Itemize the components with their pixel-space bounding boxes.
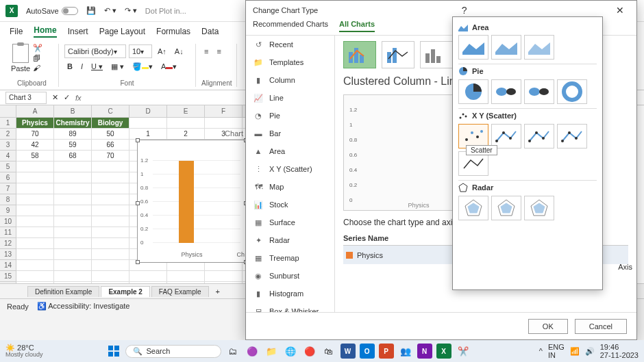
font-name-select[interactable]: Calibri (Body) ▾ — [64, 44, 126, 58]
task-app-icon[interactable]: 🗂 — [225, 344, 240, 359]
cell[interactable] — [92, 205, 129, 216]
tab-data[interactable]: Data — [201, 27, 219, 36]
chart-category-box-whisker[interactable]: ⊟Box & Whisker — [246, 302, 334, 312]
embedded-chart[interactable]: Chart 0 0.2 0.4 0.6 0.8 1 1.2 Physics Ch — [137, 140, 247, 263]
cell[interactable] — [205, 282, 243, 283]
row-header[interactable]: 2 — [0, 129, 16, 140]
cell[interactable] — [54, 249, 92, 260]
ok-button[interactable]: OK — [528, 319, 568, 334]
cell[interactable] — [16, 172, 54, 183]
row-header[interactable]: 7 — [0, 183, 16, 194]
cell[interactable] — [92, 260, 129, 271]
italic-button[interactable]: I — [78, 61, 86, 72]
start-button[interactable] — [106, 344, 121, 359]
underline-button[interactable]: U ▾ — [88, 61, 106, 73]
row-header[interactable]: 1 — [0, 118, 16, 129]
cell[interactable] — [167, 118, 205, 129]
autosave-toggle[interactable]: AutoSave — [26, 7, 78, 15]
undo-icon[interactable]: ↶ ▾ — [104, 6, 116, 15]
teams-icon[interactable]: 👥 — [398, 344, 413, 359]
format-painter-icon[interactable]: 🖌 — [33, 64, 42, 72]
edge-icon[interactable]: 🌐 — [283, 344, 298, 359]
add-sheet-button[interactable]: + — [210, 287, 225, 296]
chart-category-x-y-scatter-[interactable]: ⋮X Y (Scatter) — [246, 160, 334, 178]
flyout-thumb-area-0[interactable] — [458, 35, 488, 60]
flyout-thumb-x-y-scatter--2[interactable] — [524, 124, 554, 148]
resize-handle[interactable] — [136, 138, 140, 142]
row-header[interactable]: 5 — [0, 161, 16, 172]
tab-home[interactable]: Home — [34, 25, 56, 38]
tray-chevron-icon[interactable]: ^ — [539, 347, 543, 355]
cell[interactable] — [16, 260, 54, 271]
tab-insert[interactable]: Insert — [68, 27, 88, 36]
cell[interactable] — [16, 282, 54, 283]
cell[interactable] — [92, 216, 129, 227]
cell[interactable] — [16, 249, 54, 260]
chart-category-line[interactable]: 📈Line — [246, 89, 334, 107]
bold-button[interactable]: B — [64, 61, 75, 72]
cell[interactable] — [92, 161, 129, 172]
sheet-tab[interactable]: FAQ Example — [151, 286, 209, 297]
cell[interactable] — [92, 227, 129, 238]
flyout-thumb-pie-0[interactable] — [458, 79, 488, 104]
cell[interactable]: Chemistry — [54, 118, 92, 129]
chart-category-templates[interactable]: 📁Templates — [246, 53, 334, 71]
row-header[interactable]: 12 — [0, 238, 16, 249]
row-header[interactable]: 13 — [0, 249, 16, 260]
onenote-icon[interactable]: N — [417, 344, 432, 359]
row-header[interactable]: 11 — [0, 227, 16, 238]
paste-button[interactable]: Paste — [11, 44, 30, 73]
flyout-thumb-radar-1[interactable] — [491, 196, 521, 220]
align-top-icon[interactable]: ≡ — [201, 46, 211, 57]
subtype-thumb[interactable] — [343, 41, 376, 68]
cell[interactable] — [54, 271, 92, 282]
cell[interactable] — [205, 118, 243, 129]
tray-clock[interactable]: 19:4627-11-2023 — [600, 343, 639, 359]
cell[interactable] — [92, 183, 129, 194]
save-icon[interactable]: 💾 — [86, 6, 96, 15]
select-all-corner[interactable] — [0, 105, 16, 118]
flyout-thumb-area-2[interactable] — [524, 35, 554, 60]
cell[interactable] — [92, 194, 129, 205]
cell[interactable] — [16, 161, 54, 172]
cell[interactable] — [129, 118, 167, 129]
cell[interactable] — [92, 238, 129, 249]
tab-page-layout[interactable]: Page Layout — [99, 27, 145, 36]
cell[interactable] — [54, 282, 92, 283]
col-header[interactable]: B — [54, 105, 92, 118]
cell[interactable]: 70 — [16, 129, 54, 140]
cell[interactable]: 68 — [54, 151, 92, 161]
close-button[interactable]: ✕ — [610, 5, 630, 16]
tray-wifi-icon[interactable]: 📶 — [570, 347, 580, 356]
shrink-font-icon[interactable]: A↓ — [172, 46, 186, 57]
cell[interactable] — [129, 271, 167, 282]
cell[interactable]: Physics — [16, 118, 54, 129]
sheet-tab[interactable]: Example 2 — [101, 286, 149, 297]
cell[interactable] — [16, 183, 54, 194]
chart-category-surface[interactable]: ▦Surface — [246, 214, 334, 231]
cell[interactable] — [92, 282, 129, 283]
flyout-thumb-x-y-scatter--0[interactable]: Scatter — [458, 124, 488, 148]
cell[interactable]: 42 — [16, 140, 54, 151]
cell[interactable] — [54, 205, 92, 216]
row-header[interactable]: 4 — [0, 151, 16, 161]
row-header[interactable]: 8 — [0, 194, 16, 205]
snip-icon[interactable]: ✂️ — [456, 344, 471, 359]
chart-category-area[interactable]: ▲Area — [246, 142, 334, 160]
row-header[interactable]: 9 — [0, 205, 16, 216]
col-header[interactable]: F — [205, 105, 243, 118]
resize-handle[interactable] — [136, 260, 140, 264]
tab-formulas[interactable]: Formulas — [156, 27, 190, 36]
outlook-icon[interactable]: O — [360, 344, 375, 359]
tab-file[interactable]: File — [10, 27, 23, 36]
cell[interactable]: 2 — [167, 129, 205, 140]
explorer-icon[interactable]: 📁 — [264, 344, 279, 359]
grow-font-icon[interactable]: A↑ — [155, 46, 169, 57]
cell[interactable]: 50 — [92, 129, 129, 140]
cell[interactable]: 59 — [54, 140, 92, 151]
cell[interactable] — [205, 271, 243, 282]
help-button[interactable]: ? — [456, 5, 473, 16]
taskbar-search[interactable]: 🔍 Search — [125, 345, 221, 358]
cell[interactable]: 89 — [54, 129, 92, 140]
font-size-select[interactable]: 10 ▾ — [129, 44, 152, 58]
